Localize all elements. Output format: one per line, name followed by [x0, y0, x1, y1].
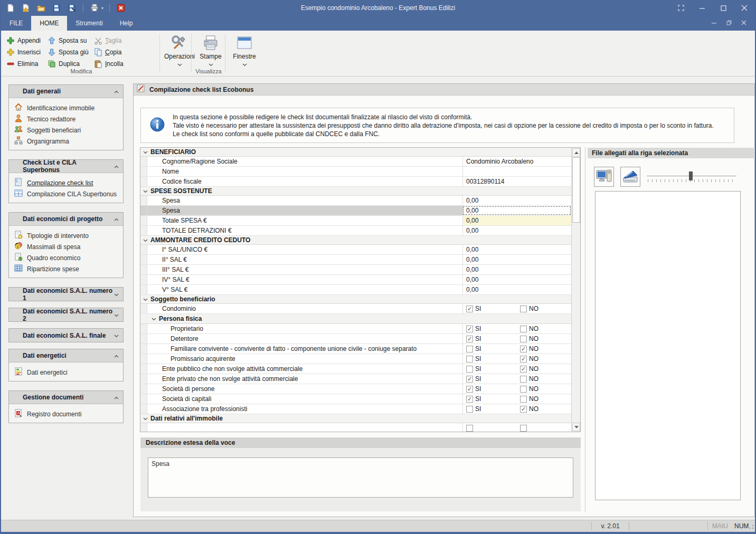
checkbox-no[interactable]: ✓NO: [520, 355, 538, 363]
checkbox-yes[interactable]: ✓SI: [466, 325, 481, 332]
checkbox[interactable]: ✓: [520, 406, 527, 413]
checkbox[interactable]: [520, 396, 527, 403]
checkbox-yes[interactable]: SI: [466, 405, 481, 413]
sidebar-group-header[interactable]: Dati economici S.A.L. finale: [9, 329, 123, 342]
app-doc-icon[interactable]: [5, 3, 16, 13]
sidebar-group-header[interactable]: Check List e CILA Superbonus: [9, 160, 123, 173]
sidebar-group-header[interactable]: Gestione documenti: [9, 391, 123, 404]
row-value-cell[interactable]: 0,00: [462, 265, 571, 274]
row-value-cell[interactable]: 0,00: [462, 226, 571, 235]
checkbox-yes[interactable]: ✓SI: [466, 305, 481, 312]
checkbox[interactable]: [466, 366, 473, 373]
new-template-icon[interactable]: [21, 3, 31, 13]
sidebar-group-header[interactable]: Dati economici di progetto: [9, 213, 123, 226]
checkbox[interactable]: [466, 406, 473, 413]
row-value-cell[interactable]: [462, 167, 571, 176]
row-value-cell[interactable]: 0,00: [462, 196, 571, 205]
minimize-button[interactable]: [692, 0, 713, 16]
sidebar-item-organigramma[interactable]: Organigramma: [14, 136, 121, 147]
checkbox-yes[interactable]: ✓SI: [466, 335, 481, 342]
attachments-list[interactable]: [595, 191, 741, 500]
row-value-cell[interactable]: 0,00: [462, 216, 571, 225]
print-dropdown-icon[interactable]: ▾: [101, 6, 103, 11]
mdi-restore-icon[interactable]: [723, 20, 735, 27]
description-textarea[interactable]: Spesa: [148, 457, 573, 498]
close-app-icon[interactable]: [116, 3, 126, 13]
checkbox[interactable]: ✓: [466, 376, 473, 383]
checkbox[interactable]: [520, 306, 527, 312]
grid-section-ammontare-credito-ceduto[interactable]: AMMONTARE CREDITO CEDUTO: [140, 236, 571, 245]
checkbox[interactable]: [466, 356, 473, 363]
checkbox-no[interactable]: ✓NO: [520, 405, 538, 413]
save-icon[interactable]: [51, 3, 62, 13]
tab-home[interactable]: HOME: [31, 16, 67, 31]
mdi-close-icon[interactable]: [738, 20, 750, 26]
scan-document-button[interactable]: [620, 167, 640, 187]
sidebar-item-dati-energetici[interactable]: Dati energetici: [14, 367, 121, 378]
panel-divider[interactable]: [585, 147, 585, 512]
checkbox-no[interactable]: ✓NO: [520, 345, 538, 352]
checkbox-no[interactable]: NO: [520, 375, 538, 383]
grid-subsection-persona-fisica[interactable]: Persona fisica: [140, 314, 571, 324]
checkbox-yes[interactable]: SI: [466, 355, 481, 363]
grid-section-beneficiario[interactable]: BENEFICIARIO: [140, 148, 571, 157]
resize-grip[interactable]: [747, 522, 753, 529]
checkbox[interactable]: [520, 376, 527, 383]
sidebar-item-soggetti-beneficiari[interactable]: Soggetti beneficiari: [14, 125, 121, 136]
row-value-cell[interactable]: 00312890114: [462, 177, 571, 186]
save-as-icon[interactable]: [67, 3, 77, 13]
checkbox-no[interactable]: NO: [520, 395, 538, 403]
checkbox-yes[interactable]: ✓SI: [466, 395, 481, 403]
ribbon-button-taglia[interactable]: Taglia: [92, 35, 126, 46]
sidebar-item-tecnico-redattore[interactable]: Tecnico redattore: [14, 113, 121, 125]
grid-section-spese-sostenute[interactable]: SPESE SOSTENUTE: [140, 187, 571, 196]
checkbox-yes[interactable]: SI: [466, 345, 481, 352]
checkbox-no[interactable]: NO: [520, 305, 538, 312]
checkbox[interactable]: ✓: [466, 396, 473, 403]
row-value-cell[interactable]: 0,00: [462, 206, 571, 215]
sidebar-item-massimali-di-spesa[interactable]: $Massimali di spesa: [14, 241, 121, 252]
checkbox[interactable]: ✓: [466, 336, 473, 342]
scroll-up-icon[interactable]: [572, 148, 580, 157]
checkbox[interactable]: ✓: [466, 306, 473, 312]
checkbox[interactable]: [466, 425, 473, 432]
ribbon-button-copia[interactable]: Copia: [92, 46, 126, 58]
checkbox[interactable]: [520, 425, 527, 432]
checkbox-yes[interactable]: ✓SI: [466, 385, 481, 393]
slider-thumb[interactable]: [689, 171, 693, 180]
ribbon-button-inserisci[interactable]: Inserisci: [4, 46, 43, 58]
checkbox-no[interactable]: NO: [520, 385, 538, 393]
ribbon-button-finestre[interactable]: Finestre: [228, 33, 261, 71]
checkbox[interactable]: [466, 346, 473, 352]
sidebar-item-registro-documenti[interactable]: Registro documenti: [14, 408, 121, 419]
sidebar-group-header[interactable]: Dati energetici: [9, 349, 123, 363]
tab-strumenti[interactable]: Strumenti: [67, 16, 111, 31]
ribbon-button-stampe[interactable]: Stampe: [194, 33, 227, 71]
close-button[interactable]: [734, 0, 755, 16]
sidebar-item-compilazione-check-list[interactable]: Compilazione check list: [14, 177, 121, 188]
grid-section-dati-relativi-all-immobile[interactable]: Dati relativi all'immobile: [140, 414, 571, 423]
row-value-cell[interactable]: 0,00: [462, 275, 571, 284]
checkbox-yes[interactable]: SI: [466, 365, 481, 373]
theme-icon[interactable]: [670, 0, 692, 16]
checkbox[interactable]: ✓: [520, 356, 527, 363]
checkbox-no[interactable]: NO: [520, 335, 538, 342]
attach-from-computer-button[interactable]: [594, 167, 614, 187]
tab-help[interactable]: Help: [111, 16, 141, 31]
row-value-cell[interactable]: 0,00: [462, 245, 571, 254]
sidebar-item-quadro-economico[interactable]: €Quadro economico: [14, 252, 121, 263]
sidebar-group-header[interactable]: Dati economici S.A.L. numero 1: [9, 288, 123, 301]
ribbon-button-sposta-su[interactable]: Sposta su: [45, 35, 91, 46]
open-folder-icon[interactable]: [36, 3, 46, 13]
checkbox-no[interactable]: ✓NO: [520, 365, 538, 373]
ribbon-button-sposta-giù[interactable]: Sposta giù: [45, 46, 91, 58]
checkbox[interactable]: ✓: [466, 386, 473, 393]
sidebar-item-compilazione-cila-superbonus[interactable]: Compilazione CILA Superbonus: [14, 188, 121, 199]
checkbox-no[interactable]: NO: [520, 325, 538, 332]
checkbox[interactable]: ✓: [466, 326, 473, 332]
maximize-button[interactable]: [713, 0, 734, 16]
checkbox[interactable]: [520, 336, 527, 342]
checkbox[interactable]: ✓: [520, 346, 527, 352]
checkbox-yes[interactable]: ✓SI: [466, 375, 481, 383]
grid-section-soggetto-beneficiario[interactable]: Soggetto beneficiario: [140, 295, 571, 304]
